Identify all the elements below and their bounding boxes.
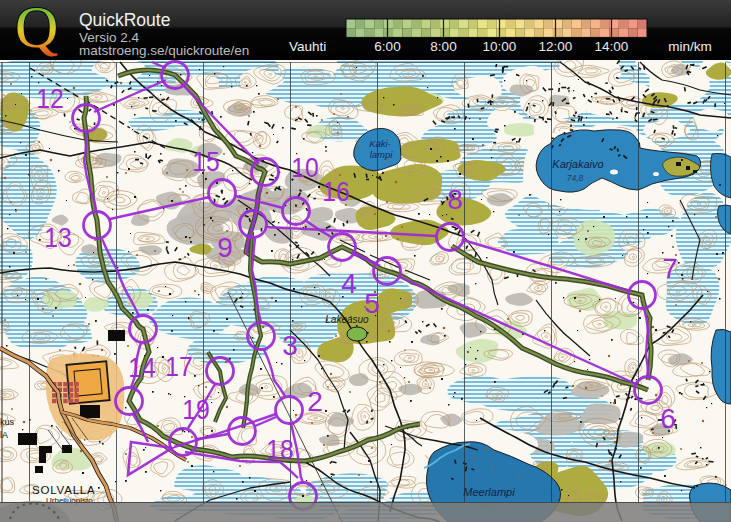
svg-text:Käki-: Käki- <box>369 138 391 149</box>
svg-text:18: 18 <box>266 434 294 465</box>
svg-text:QuickRoute: QuickRoute <box>79 10 170 30</box>
svg-text:Karjakaivo: Karjakaivo <box>552 158 603 170</box>
svg-text:17: 17 <box>165 351 193 382</box>
svg-text:10: 10 <box>291 152 319 183</box>
svg-text:14: 14 <box>128 352 156 383</box>
svg-text:15: 15 <box>192 146 220 177</box>
svg-text:8: 8 <box>447 184 463 215</box>
svg-text:matstroeng.se/quickroute/en: matstroeng.se/quickroute/en <box>79 43 249 58</box>
svg-text:12: 12 <box>36 83 64 114</box>
svg-text:6:00: 6:00 <box>374 39 400 54</box>
svg-text:13: 13 <box>44 222 72 253</box>
svg-text:Q: Q <box>15 0 58 60</box>
svg-text:kus: kus <box>0 417 15 427</box>
svg-text:4: 4 <box>341 268 357 299</box>
svg-text:19: 19 <box>182 394 210 425</box>
svg-text:lA: lA <box>0 430 8 440</box>
svg-text:7: 7 <box>662 253 678 284</box>
svg-text:min/km: min/km <box>668 39 712 54</box>
svg-text:8:00: 8:00 <box>430 39 456 54</box>
svg-text:14:00: 14:00 <box>595 39 629 54</box>
svg-text:16: 16 <box>322 176 350 207</box>
svg-text:Vauhti: Vauhti <box>289 39 326 54</box>
svg-text:Meerlampi: Meerlampi <box>463 486 515 498</box>
svg-text:lampi: lampi <box>370 149 394 160</box>
svg-text:12:00: 12:00 <box>539 39 573 54</box>
svg-text:9: 9 <box>217 232 233 263</box>
svg-text:6: 6 <box>660 403 676 434</box>
svg-text:Lakeasuo: Lakeasuo <box>325 314 369 325</box>
svg-text:3: 3 <box>282 330 298 361</box>
svg-text:74,8: 74,8 <box>567 173 584 183</box>
svg-text:SOLVALLA: SOLVALLA <box>32 484 96 496</box>
svg-text:2: 2 <box>307 386 323 417</box>
svg-text:10:00: 10:00 <box>483 39 517 54</box>
